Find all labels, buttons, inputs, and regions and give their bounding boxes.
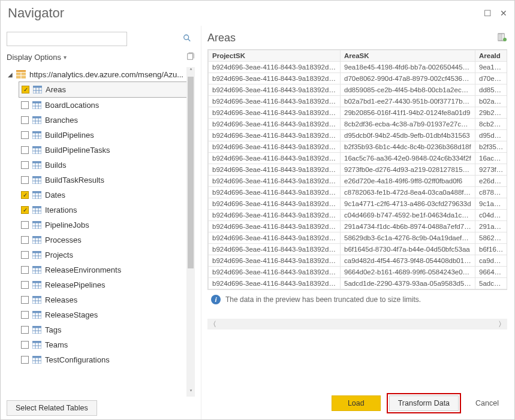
tree-item[interactable]: ReleaseStages	[19, 307, 195, 322]
table-row: b924d696-3eae-4116-8443-9a18392d8544ca9d…	[209, 255, 508, 267]
table-cell: c8782063	[475, 187, 508, 198]
checkbox[interactable]	[21, 221, 29, 229]
table-cell: c04d4669	[475, 210, 508, 221]
checkbox[interactable]	[21, 311, 29, 319]
column-header[interactable]: AreaId	[475, 50, 508, 62]
tree-item-label: Branches	[45, 116, 78, 125]
column-header[interactable]: AreaSK	[341, 50, 475, 62]
table-row: b924d696-3eae-4116-8443-9a18392d85445adc…	[209, 278, 508, 289]
preview-h-scrollbar[interactable]: 〈 〉	[207, 319, 507, 330]
tree-item[interactable]: BuildTaskResults	[19, 173, 195, 188]
table-cell: 8cb2df36	[475, 119, 508, 130]
checkbox[interactable]	[21, 251, 29, 259]
tree-item[interactable]: Branches	[19, 113, 195, 128]
scroll-down-arrow-icon[interactable]: ˅	[186, 388, 195, 397]
checkbox[interactable]	[21, 146, 29, 154]
tree-item[interactable]: BoardLocations	[19, 98, 195, 113]
tree-item[interactable]: Teams	[19, 337, 195, 352]
scroll-right-arrow-icon[interactable]: 〉	[496, 319, 507, 330]
table-cell: b924d696-3eae-4116-8443-9a18392d8544	[209, 141, 341, 153]
checkbox[interactable]	[21, 326, 29, 334]
checkbox[interactable]	[21, 236, 29, 244]
tree-item-label: BuildPipelines	[45, 131, 94, 140]
table-icon	[32, 296, 41, 304]
tree-scrollbar[interactable]: ˄ ˅	[186, 67, 195, 397]
table-icon	[32, 221, 41, 229]
checkbox[interactable]: ✓	[21, 206, 29, 214]
table-cell: b924d696-3eae-4116-8443-9a18392d8544	[209, 153, 341, 164]
source-node[interactable]: ◢ https://analytics.dev.azure.com/mseng/…	[7, 67, 195, 81]
column-header[interactable]: ProjectSK	[209, 50, 341, 62]
table-icon	[32, 311, 41, 319]
table-icon	[32, 356, 41, 364]
tree-item[interactable]: Processes	[19, 232, 195, 247]
checkbox[interactable]	[21, 101, 29, 109]
checkbox[interactable]	[21, 116, 29, 124]
tree-item[interactable]: ✓Dates	[19, 188, 195, 203]
table-icon	[32, 161, 41, 169]
scroll-up-arrow-icon[interactable]: ˄	[186, 67, 195, 75]
tree-item[interactable]: BuildPipelines	[19, 128, 195, 143]
display-options-dropdown[interactable]: Display Options ▾	[7, 53, 67, 62]
checkbox[interactable]	[21, 161, 29, 169]
table-cell: b924d696-3eae-4116-8443-9a18392d8544	[209, 255, 341, 267]
tree-item[interactable]: ✓Iterations	[19, 203, 195, 217]
tree-item[interactable]: ✓Areas	[19, 81, 195, 98]
checkbox[interactable]	[21, 131, 29, 139]
table-cell: b2f35b93-6b1c-44dc-8c4b-0236b368d18f	[341, 141, 475, 153]
table-icon	[32, 191, 41, 199]
refresh-icon[interactable]	[186, 52, 195, 62]
table-icon	[33, 86, 42, 93]
table-row: b924d696-3eae-4116-8443-9a18392d8544c878…	[209, 187, 508, 198]
table-cell: ca9d482d	[475, 255, 508, 267]
table-row: b924d696-3eae-4116-8443-9a18392d8544dd85…	[209, 84, 508, 96]
scroll-left-arrow-icon[interactable]: 〈	[207, 319, 218, 330]
transform-data-button[interactable]: Transform Data	[389, 395, 459, 411]
choose-columns-icon[interactable]	[498, 32, 507, 44]
select-related-tables-button[interactable]: Select Related Tables	[7, 400, 97, 416]
table-cell: 5adcd1de-2290-4379-93aa-05a9583d5232	[341, 278, 475, 289]
table-cell: 9c1a4771	[475, 198, 508, 210]
tree-item[interactable]: BuildPipelineTasks	[19, 143, 195, 158]
table-icon	[32, 116, 41, 124]
table-cell: e26d720e	[475, 176, 508, 187]
tree-item[interactable]: ReleaseEnvironments	[19, 262, 195, 277]
table-cell: 5adcd1de	[475, 278, 508, 289]
dialog-title: Navigator	[8, 5, 64, 21]
scroll-thumb[interactable]	[188, 77, 194, 268]
tree-item-label: Processes	[45, 235, 82, 244]
load-button[interactable]: Load	[332, 395, 381, 411]
tree-item-label: Releases	[45, 295, 77, 304]
checkbox[interactable]	[21, 281, 29, 289]
cancel-button[interactable]: Cancel	[467, 396, 507, 410]
tree-item[interactable]: Tags	[19, 322, 195, 337]
tree-item-label: BuildPipelineTasks	[45, 146, 110, 155]
close-icon[interactable]: ✕	[500, 8, 507, 18]
tree-item[interactable]: Releases	[19, 292, 195, 307]
tree-item[interactable]: TestConfigurations	[19, 352, 195, 367]
tree-item[interactable]: Projects	[19, 247, 195, 262]
tree-item[interactable]: PipelineJobs	[19, 217, 195, 232]
table-icon	[32, 146, 41, 154]
maximize-icon[interactable]: ☐	[484, 8, 492, 18]
tree-item[interactable]: Builds	[19, 158, 195, 173]
table-cell: d70e8062	[475, 73, 508, 84]
table-cell: 9273fb0e-d276-4d93-a219-02812781512b	[341, 164, 475, 176]
checkbox[interactable]	[21, 341, 29, 349]
checkbox[interactable]	[21, 356, 29, 364]
tree-item-label: TestConfigurations	[45, 355, 110, 364]
table-icon	[32, 236, 41, 244]
checkbox[interactable]	[21, 176, 29, 184]
svg-point-0	[184, 35, 189, 40]
tree-item[interactable]: ReleasePipelines	[19, 277, 195, 292]
search-icon[interactable]	[183, 34, 191, 44]
expand-toggle-icon[interactable]: ◢	[8, 71, 13, 78]
chevron-down-icon: ▾	[64, 54, 67, 61]
checkbox[interactable]	[21, 266, 29, 274]
search-input[interactable]	[7, 32, 127, 46]
checkbox[interactable]: ✓	[22, 86, 29, 93]
checkbox[interactable]	[21, 296, 29, 304]
tree-item-label: Builds	[45, 161, 66, 170]
table-cell: 291a4734-f1dc-4b6b-8974-0488a7efd7ae	[341, 221, 475, 232]
checkbox[interactable]: ✓	[21, 191, 29, 199]
